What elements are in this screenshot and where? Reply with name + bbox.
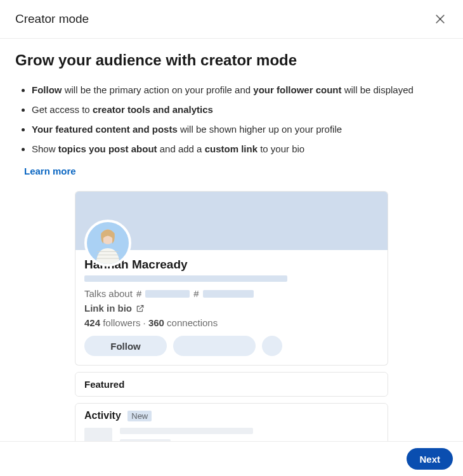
hashtag-symbol: # — [193, 288, 199, 299]
close-icon — [434, 13, 447, 25]
headline-placeholder — [84, 275, 287, 282]
benefit-item: Follow will be the primary action on you… — [32, 83, 448, 96]
connections-label: connections — [164, 317, 218, 328]
new-badge: New — [127, 411, 152, 421]
topic-placeholder — [145, 290, 190, 298]
modal-header: Creator mode — [0, 0, 463, 39]
secondary-button-placeholder — [173, 336, 256, 356]
stats-row: 424 followers · 360 connections — [84, 317, 379, 328]
hashtag-symbol: # — [136, 288, 141, 299]
talks-about-label: Talks about — [84, 288, 133, 299]
headline: Grow your audience with creator mode — [15, 51, 448, 69]
followers-label: followers — [100, 317, 140, 328]
activity-title: Activity — [84, 410, 121, 421]
more-button-placeholder — [262, 336, 282, 356]
cover-image — [75, 192, 388, 250]
benefit-item: Get access to creator tools and analytic… — [32, 103, 448, 116]
activity-line-placeholder — [120, 428, 253, 434]
benefits-list: Follow will be the primary action on you… — [15, 83, 448, 155]
avatar — [84, 220, 131, 267]
connections-count: 360 — [148, 317, 164, 328]
learn-more-link[interactable]: Learn more — [24, 166, 76, 176]
profile-card: Hannah Macready Talks about # # Link in … — [75, 191, 388, 366]
benefit-item: Show topics you post about and add a cus… — [32, 142, 448, 155]
external-link-icon — [136, 304, 145, 313]
modal-body: Grow your audience with creator mode Fol… — [0, 39, 463, 445]
profile-name: Hannah Macready — [84, 258, 379, 272]
activity-section: Activity New — [75, 403, 388, 445]
topic-placeholder — [203, 290, 254, 298]
featured-section: Featured — [75, 372, 388, 397]
follow-button[interactable]: Follow — [84, 336, 167, 356]
benefit-item: Your featured content and posts will be … — [32, 122, 448, 136]
profile-preview: Hannah Macready Talks about # # Link in … — [15, 191, 448, 445]
avatar-image — [87, 222, 129, 264]
modal-footer: Next — [0, 441, 463, 476]
featured-title: Featured — [84, 379, 124, 390]
next-button[interactable]: Next — [407, 448, 453, 470]
action-buttons-row: Follow — [84, 336, 379, 356]
link-in-bio[interactable]: Link in bio — [84, 303, 379, 314]
close-button[interactable] — [430, 9, 450, 29]
followers-count: 424 — [84, 317, 100, 328]
talks-about-row: Talks about # # — [84, 288, 379, 299]
modal-title: Creator mode — [15, 12, 89, 26]
